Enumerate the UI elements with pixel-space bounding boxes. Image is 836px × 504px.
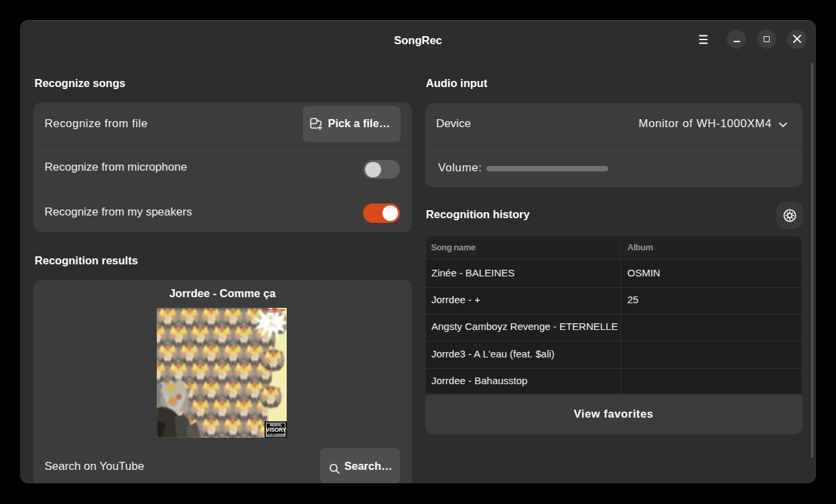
svg-text:VISORY: VISORY <box>266 427 287 433</box>
svg-text:LICIT CONTENT: LICIT CONTENT <box>267 434 287 436</box>
